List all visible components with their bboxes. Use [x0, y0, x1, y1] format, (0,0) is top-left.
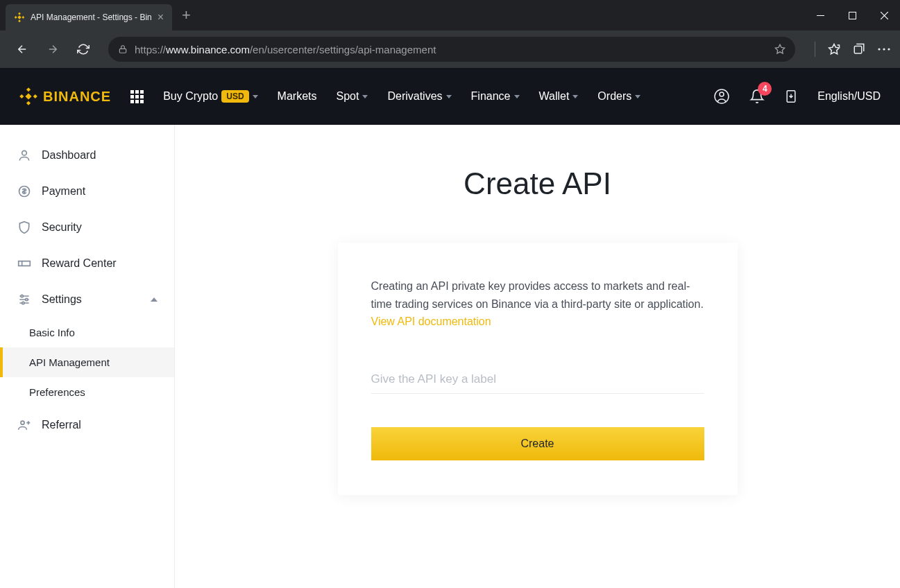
svg-marker-8 — [775, 44, 784, 53]
api-label-input[interactable] — [371, 365, 704, 394]
sliders-icon — [17, 293, 32, 306]
svg-rect-4 — [17, 15, 22, 19]
chevron-down-icon — [362, 95, 368, 98]
nav-buy-crypto[interactable]: Buy CryptoUSD — [163, 90, 257, 103]
forward-button[interactable] — [40, 37, 65, 62]
svg-rect-18 — [25, 93, 31, 99]
svg-rect-15 — [26, 101, 31, 105]
chevron-down-icon — [635, 95, 640, 98]
svg-rect-7 — [119, 49, 126, 53]
toolbar-divider — [815, 42, 815, 57]
back-button[interactable] — [10, 37, 35, 62]
svg-rect-5 — [817, 15, 824, 16]
binance-logo-icon — [19, 87, 37, 105]
svg-point-25 — [26, 298, 28, 300]
svg-point-11 — [878, 48, 880, 50]
svg-rect-1 — [18, 19, 21, 22]
sidebar-item-payment[interactable]: Payment — [0, 173, 174, 209]
svg-point-26 — [22, 302, 24, 304]
nav-spot[interactable]: Spot — [337, 90, 368, 103]
chevron-down-icon — [446, 95, 452, 98]
svg-rect-2 — [15, 16, 17, 19]
chevron-up-icon — [151, 297, 158, 302]
chevron-down-icon — [514, 95, 520, 98]
content-area: Create API Creating an API private key p… — [175, 125, 900, 588]
address-bar[interactable]: https://www.binance.com/en/usercenter/se… — [108, 37, 795, 62]
notifications-icon[interactable]: 4 — [749, 89, 765, 104]
referral-icon — [17, 418, 32, 432]
sidebar-sub-preferences[interactable]: Preferences — [0, 377, 174, 407]
new-tab-button[interactable]: + — [182, 6, 191, 24]
sidebar-item-referral[interactable]: Referral — [0, 407, 174, 443]
svg-point-27 — [21, 421, 24, 424]
sidebar-item-settings[interactable]: Settings — [0, 282, 174, 318]
sidebar-sub-api-management[interactable]: API Management — [0, 347, 174, 377]
dollar-icon — [17, 184, 32, 198]
chevron-down-icon — [253, 95, 258, 98]
minimize-button[interactable] — [804, 0, 836, 31]
locale-selector[interactable]: English/USD — [817, 90, 881, 103]
refresh-button[interactable] — [71, 37, 96, 62]
svg-point-24 — [21, 295, 23, 297]
svg-point-20 — [720, 92, 724, 96]
site-header: BINANCE Buy CryptoUSD Markets Spot Deriv… — [0, 68, 900, 125]
svg-rect-3 — [22, 16, 24, 19]
logo-text: BINANCE — [43, 89, 111, 105]
tab-close-icon[interactable]: × — [158, 11, 164, 24]
page-title: Create API — [464, 166, 611, 201]
sidebar-item-security[interactable]: Security — [0, 209, 174, 245]
sidebar-item-dashboard[interactable]: Dashboard — [0, 137, 174, 173]
nav-markets[interactable]: Markets — [278, 90, 317, 103]
svg-rect-14 — [26, 87, 31, 92]
lock-icon — [118, 44, 128, 54]
collections-icon[interactable] — [853, 43, 865, 55]
sidebar-sub-basic-info[interactable]: Basic Info — [0, 318, 174, 347]
svg-rect-6 — [849, 12, 856, 19]
account-icon[interactable] — [713, 88, 730, 105]
notification-badge: 4 — [758, 82, 772, 96]
tab-bar: API Management - Settings - Bin × + — [0, 0, 900, 31]
nav-wallet[interactable]: Wallet — [539, 90, 579, 103]
usd-badge: USD — [221, 90, 248, 103]
url-bar: https://www.binance.com/en/usercenter/se… — [0, 31, 900, 68]
binance-logo[interactable]: BINANCE — [19, 87, 111, 105]
window-controls — [804, 0, 900, 31]
binance-favicon — [14, 12, 25, 23]
favorite-star-icon[interactable] — [774, 44, 786, 55]
nav-finance[interactable]: Finance — [471, 90, 520, 103]
svg-rect-10 — [854, 46, 862, 54]
close-window-button[interactable] — [868, 0, 900, 31]
create-api-card: Creating an API private key provides acc… — [338, 243, 738, 495]
favorites-icon[interactable] — [828, 43, 840, 55]
person-icon — [17, 148, 32, 162]
nav-orders[interactable]: Orders — [597, 90, 640, 103]
create-button[interactable]: Create — [371, 427, 704, 460]
svg-point-12 — [883, 48, 885, 50]
download-icon[interactable] — [784, 89, 798, 104]
svg-rect-0 — [18, 12, 21, 15]
more-icon[interactable] — [878, 48, 890, 51]
ticket-icon — [17, 257, 32, 270]
browser-tab[interactable]: API Management - Settings - Bin × — [6, 4, 172, 31]
apps-grid-icon[interactable] — [130, 90, 144, 103]
chevron-down-icon — [572, 95, 578, 98]
svg-point-22 — [22, 150, 27, 155]
sidebar: Dashboard Payment Security Reward Center… — [0, 125, 175, 588]
nav-derivatives[interactable]: Derivatives — [387, 90, 451, 103]
card-description: Creating an API private key provides acc… — [371, 277, 704, 331]
svg-rect-17 — [33, 94, 37, 98]
svg-point-13 — [888, 48, 890, 50]
sidebar-item-reward-center[interactable]: Reward Center — [0, 245, 174, 282]
shield-icon — [17, 220, 32, 234]
maximize-button[interactable] — [836, 0, 868, 31]
svg-rect-16 — [19, 94, 24, 98]
tab-title: API Management - Settings - Bin — [31, 12, 152, 22]
api-doc-link[interactable]: View API documentation — [371, 315, 491, 327]
url-text: https://www.binance.com/en/usercenter/se… — [135, 44, 436, 55]
